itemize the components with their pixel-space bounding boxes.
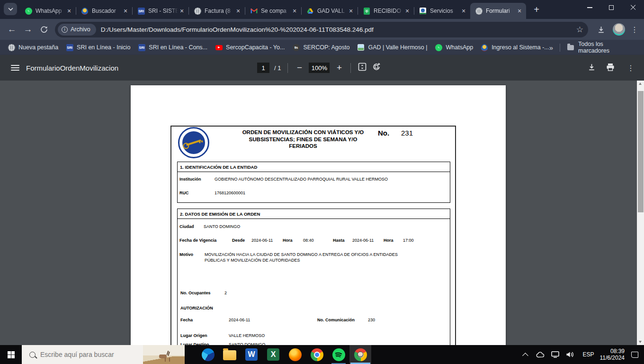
bookmark-ingreso-sistema[interactable]: Ingreso al Sistema -...	[481, 44, 549, 51]
fit-page-button[interactable]	[358, 62, 367, 73]
tab-gmail[interactable]: Se compa ×	[245, 3, 301, 19]
bookmark-sri-inicio[interactable]: SRI SRI en Línea - Inicio	[66, 44, 130, 51]
ocupantes-value: 2	[224, 290, 227, 296]
maximize-button[interactable]	[600, 0, 622, 15]
bookmarks-bar: Nueva pestaña SRI SRI en Línea - Inicio …	[0, 40, 644, 55]
pdf-page-controls: 1 / 1 − 100% +	[257, 55, 381, 81]
fecha-label: Fecha	[180, 317, 193, 323]
onedrive-icon[interactable]	[536, 352, 545, 358]
bookmark-sri-consultas[interactable]: SRI SRI en Línea - Cons...	[138, 44, 207, 51]
zoom-level-input[interactable]: 100%	[309, 63, 330, 73]
tab-close-icon[interactable]: ×	[460, 7, 467, 15]
reload-button[interactable]	[36, 21, 52, 37]
all-bookmarks-button[interactable]: Todos los marcadores	[567, 41, 635, 54]
taskbar-explorer-button[interactable]	[219, 345, 241, 364]
tab-close-icon[interactable]: ×	[403, 7, 411, 15]
hasta-value: 2024-06-11	[352, 237, 374, 243]
tab-close-icon[interactable]: ×	[178, 7, 186, 15]
back-button[interactable]: ←	[4, 21, 20, 37]
taskbar-firefox-button[interactable]	[284, 345, 306, 364]
taskbar-edge-button[interactable]	[197, 345, 219, 364]
bookmark-sercop-agosto[interactable]: fn SERCOP: Agosto	[292, 44, 349, 51]
address-bar[interactable]: i Archivo D:/Users/Master/Downloads/Form…	[55, 22, 588, 37]
taskbar-excel-button[interactable]: X	[262, 345, 284, 364]
rotate-button[interactable]	[372, 62, 381, 73]
institucion-value: GOBIERNO AUTÓNOMO DESCENTRALIZADO PARROQ…	[215, 176, 388, 182]
taskbar-apps: W X	[197, 345, 371, 364]
pdf-viewport[interactable]: ORDEN DE MOVILIZACIÓN CON VIÁTICOS Y/O S…	[0, 81, 644, 345]
tab-servicios[interactable]: Servicios ×	[414, 3, 470, 19]
comunicacion-label: No. Comunicación	[317, 317, 355, 323]
institucion-label: Institución	[179, 176, 201, 182]
bookmark-whatsapp[interactable]: WhatsApp	[435, 44, 473, 51]
action-center-icon[interactable]	[631, 352, 638, 358]
bookmarks-overflow-button[interactable]: »	[549, 44, 553, 52]
volume-icon[interactable]	[566, 351, 574, 358]
forward-button[interactable]: →	[20, 21, 36, 37]
scroll-down-arrow[interactable]	[639, 341, 642, 343]
tab-label: Se compa	[261, 8, 291, 14]
bookmark-sercop-youtube[interactable]: SercopCapacita - Yo...	[215, 44, 285, 51]
taskbar-chrome-active-button[interactable]	[349, 345, 371, 364]
minimize-button[interactable]	[579, 0, 600, 15]
bookmark-gad-valle-hermoso[interactable]: GAD | Valle Hermoso |	[357, 44, 427, 51]
taskbar-word-button[interactable]: W	[241, 345, 262, 364]
profile-avatar[interactable]	[613, 23, 625, 36]
pdf-more-button[interactable]: ⋮	[625, 64, 636, 73]
tab-close-icon[interactable]: ×	[234, 7, 242, 15]
tab-formulario-active[interactable]: Formulari ×	[470, 3, 526, 19]
pdf-toolbar-right: ⋮	[588, 55, 636, 81]
language-indicator[interactable]: ESP	[582, 351, 594, 358]
globe-icon	[194, 7, 201, 15]
scroll-up-arrow[interactable]	[639, 82, 642, 85]
hora1-label: Hora	[283, 237, 293, 243]
tab-drive[interactable]: GAD VALL ×	[302, 3, 358, 19]
close-button[interactable]	[622, 0, 644, 15]
bookmark-label: SRI en Línea - Cons...	[149, 44, 207, 51]
zoom-out-button[interactable]: −	[295, 63, 304, 73]
tab-buscador[interactable]: Buscador ×	[76, 3, 132, 19]
tab-close-icon[interactable]: ×	[122, 7, 129, 15]
tray-expand-icon[interactable]	[522, 353, 528, 359]
tab-sri[interactable]: SRI SRI - SISTE ×	[133, 3, 188, 19]
network-icon[interactable]	[551, 351, 559, 358]
tab-close-icon[interactable]: ×	[291, 7, 298, 15]
whatsapp-icon	[435, 44, 442, 51]
zoom-in-button[interactable]: +	[334, 63, 344, 73]
tab-whatsapp[interactable]: WhatsApp ×	[20, 3, 76, 19]
tab-recibido[interactable]: RECIBIDO ×	[358, 3, 414, 19]
tab-close-icon[interactable]: ×	[516, 7, 523, 15]
search-highlight-image[interactable]	[143, 345, 185, 364]
page-number-input[interactable]: 1	[257, 63, 269, 73]
file-scheme-chip[interactable]: i Archivo	[58, 24, 96, 36]
downloads-button[interactable]	[593, 21, 609, 37]
tab-factura[interactable]: Factura (8 ×	[189, 3, 245, 19]
url-text[interactable]: D:/Users/Master/Downloads/FormularioOrde…	[101, 26, 572, 33]
taskbar-search-box[interactable]	[22, 345, 185, 364]
start-button[interactable]	[0, 345, 22, 364]
pdf-scrollbar[interactable]	[637, 81, 644, 345]
vigencia-label: Fecha de Vigencia	[179, 237, 216, 243]
bookmark-nueva-pestana[interactable]: Nueva pestaña	[8, 44, 58, 51]
bookmark-star-icon[interactable]: ☆	[576, 25, 583, 35]
taskbar-search-input[interactable]	[40, 351, 130, 358]
clock[interactable]: 08:39 11/6/2024	[600, 348, 625, 361]
browser-menu-button[interactable]: ⋮	[629, 25, 640, 34]
tab-search-button[interactable]	[4, 3, 17, 15]
tab-close-icon[interactable]: ×	[347, 7, 355, 15]
pdf-download-button[interactable]	[588, 63, 596, 73]
pdf-menu-icon[interactable]	[11, 65, 19, 71]
pdf-title: FormularioOrdenMovilizacion	[26, 64, 118, 72]
pdf-page: ORDEN DE MOVILIZACIÓN CON VIÁTICOS Y/O S…	[131, 85, 506, 345]
taskbar-chrome-button[interactable]	[306, 345, 328, 364]
taskbar-spotify-button[interactable]	[328, 345, 349, 364]
tab-close-icon[interactable]: ×	[65, 7, 73, 15]
scrollbar-thumb[interactable]	[638, 91, 644, 212]
pdf-print-button[interactable]	[606, 63, 615, 73]
tab-strip: WhatsApp × Buscador × SRI SRI - SISTE × …	[0, 0, 644, 19]
new-tab-button[interactable]: +	[530, 3, 543, 16]
tabs: WhatsApp × Buscador × SRI SRI - SISTE × …	[20, 0, 526, 19]
globe-icon	[475, 7, 483, 15]
hasta-label: Hasta	[333, 237, 345, 243]
motivo-value-line2: PÚBLICAS Y MOVILIZACIÓN DE AUTORIDADES	[205, 257, 300, 263]
